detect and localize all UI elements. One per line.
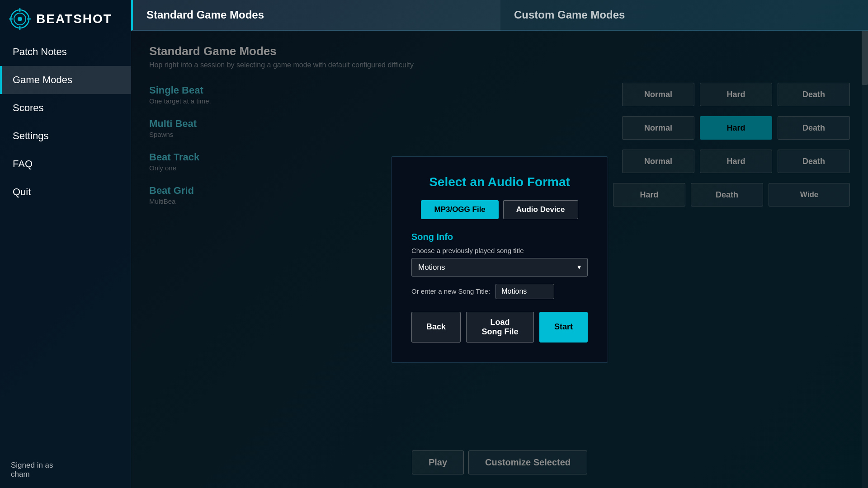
modal-title: Select an Audio Format — [411, 175, 588, 189]
top-tabs: Standard Game Modes Custom Game Modes — [131, 0, 868, 31]
sidebar-item-scores[interactable]: Scores — [0, 94, 131, 122]
new-song-input[interactable] — [495, 284, 554, 299]
sidebar-item-patch-notes[interactable]: Patch Notes — [0, 38, 131, 66]
song-info-section: Song Info Choose a previously played son… — [411, 232, 588, 299]
audio-format-device[interactable]: Audio Device — [503, 200, 578, 219]
modal-actions: Back Load Song File Start — [411, 312, 588, 343]
song-dropdown-wrapper: Motions ▼ — [411, 258, 588, 277]
audio-format-mp3ogg[interactable]: MP3/OGG File — [421, 200, 498, 219]
logo-text: BEATSHOT — [36, 12, 112, 26]
audio-format-buttons: MP3/OGG File Audio Device — [411, 200, 588, 219]
signed-in-area: Signed in as cham — [0, 452, 131, 488]
logo: BEATSHOT — [0, 0, 131, 38]
svg-point-2 — [18, 17, 22, 21]
prev-song-label: Choose a previously played song title — [411, 247, 588, 254]
back-button[interactable]: Back — [411, 312, 461, 343]
song-title-dropdown[interactable]: Motions — [411, 258, 588, 277]
sidebar: BEATSHOT Patch Notes Game Modes Scores S… — [0, 0, 131, 488]
modal-overlay: Select an Audio Format MP3/OGG File Audi… — [131, 31, 868, 488]
sidebar-item-game-modes[interactable]: Game Modes — [0, 66, 131, 94]
logo-icon — [9, 8, 31, 30]
new-song-label: Or enter a new Song Title: — [411, 287, 490, 295]
main-area: Standard Game Modes Custom Game Modes St… — [131, 0, 868, 488]
audio-format-modal: Select an Audio Format MP3/OGG File Audi… — [391, 156, 608, 363]
new-song-row: Or enter a new Song Title: — [411, 284, 588, 299]
sidebar-item-settings[interactable]: Settings — [0, 122, 131, 150]
content-area: Standard Game Modes Hop right into a ses… — [131, 31, 868, 488]
song-info-title: Song Info — [411, 232, 588, 242]
sidebar-item-faq[interactable]: FAQ — [0, 150, 131, 178]
start-button[interactable]: Start — [539, 312, 588, 343]
tab-custom[interactable]: Custom Game Modes — [500, 0, 868, 31]
load-song-file-button[interactable]: Load Song File — [466, 312, 534, 343]
tab-standard[interactable]: Standard Game Modes — [131, 0, 500, 31]
sidebar-item-quit[interactable]: Quit — [0, 178, 131, 206]
